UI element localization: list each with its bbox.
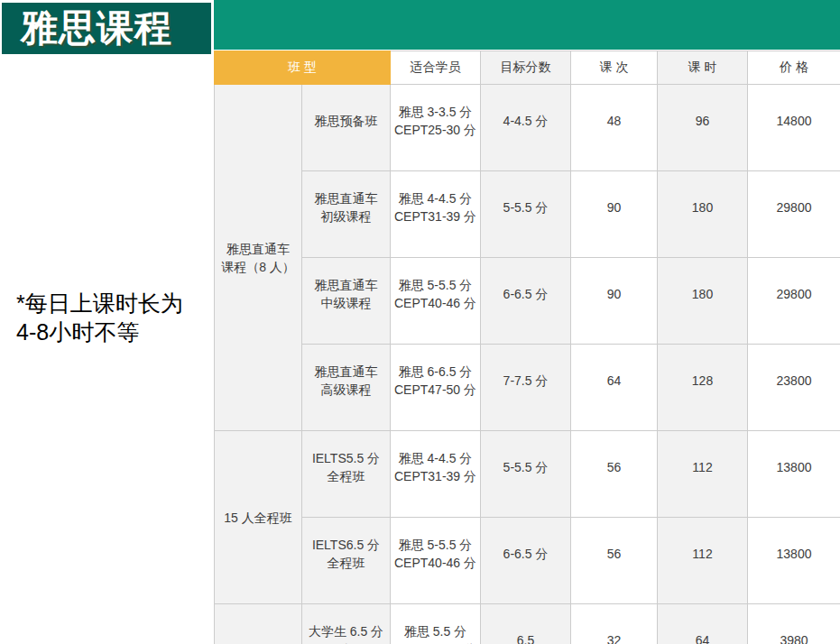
lessons-count-cell: 48 [571,85,658,171]
group-label-cell: 大学生 25人班 [215,604,302,644]
class-name-cell: 雅思直通车高级课程 [302,345,391,431]
class-name-cell: IELTS6.5 分全程班 [302,518,391,604]
target-score-cell: 6-6.5 分 [481,518,571,604]
lessons-count-cell: 32 [571,604,658,644]
lessons-count-cell: 64 [571,345,658,431]
title-banner: 雅思课程 [2,3,211,54]
table-row: 雅思直通车中级课程雅思 5-5.5 分CEPT40-46 分6-6.5 分901… [215,258,840,345]
suitable-students-cell: 雅思 5-5.5 分CEPT40-46 分 [391,258,481,345]
suitable-students-cell: 雅思 5.5 分CEPT45-46 分 [391,604,481,644]
table-header-row: 班 型 适合学员 目标分数 课 次 课 时 价 格 [215,51,840,85]
table-row: 雅思直通车初级课程雅思 4-4.5 分CEPT31-39 分5-5.5 分901… [215,171,840,258]
target-score-cell: 7-7.5 分 [481,345,571,431]
header-suitable-students: 适合学员 [391,51,481,85]
group-label-cell: 雅思直通车课程（8 人） [215,85,302,431]
suitable-students-cell: 雅思 3-3.5 分CEPT25-30 分 [391,85,481,171]
class-hours-cell: 96 [658,85,748,171]
class-name-cell: 雅思预备班 [302,85,391,171]
class-hours-cell: 128 [658,345,748,431]
lessons-count-cell: 56 [571,518,658,604]
target-score-cell: 6.5 [481,604,571,644]
page: 雅思课程 *每日上课时长为 4-8小时不等 班 型 适合学员 目标分数 课 次 … [0,0,840,644]
header-lessons: 课 次 [571,51,658,85]
table-row: IELTS6.5 分全程班雅思 5-5.5 分CEPT40-46 分6-6.5 … [215,518,840,604]
table-row: 雅思直通车课程（8 人）雅思预备班雅思 3-3.5 分CEPT25-30 分4-… [215,85,840,171]
class-hours-cell: 112 [658,518,748,604]
group-label-cell: 15 人全程班 [215,431,302,604]
class-hours-cell: 112 [658,431,748,518]
target-score-cell: 5-5.5 分 [481,431,571,518]
table-row: 雅思直通车高级课程雅思 6-6.5 分CEPT47-50 分7-7.5 分641… [215,345,840,431]
price-cell: 3980 [748,604,840,644]
table-row: 15 人全程班IELTS5.5 分全程班雅思 4-4.5 分CEPT31-39 … [215,431,840,518]
suitable-students-cell: 雅思 4-4.5 分CEPT31-39 分 [391,171,481,258]
side-note-line-1: *每日上课时长为 [16,289,183,317]
price-cell: 13800 [748,431,840,518]
price-cell: 13800 [748,518,840,604]
price-cell: 29800 [748,171,840,258]
class-hours-cell: 180 [658,171,748,258]
suitable-students-cell: 雅思 5-5.5 分CEPT40-46 分 [391,518,481,604]
side-note-line-2: 4-8小时不等 [16,317,183,346]
price-cell: 29800 [748,258,840,345]
header-class-type: 班 型 [215,51,391,85]
lessons-count-cell: 90 [571,258,658,345]
course-table-body: 雅思直通车课程（8 人）雅思预备班雅思 3-3.5 分CEPT25-30 分4-… [215,85,840,644]
target-score-cell: 4-4.5 分 [481,85,571,171]
course-table: 班 型 适合学员 目标分数 课 次 课 时 价 格 雅思直通车课程（8 人）雅思… [214,51,840,644]
suitable-students-cell: 雅思 6-6.5 分CEPT47-50 分 [391,345,481,431]
class-name-cell: 大学生 6.5 分班 [302,604,391,644]
top-accent-bar [214,0,840,50]
lessons-count-cell: 56 [571,431,658,518]
suitable-students-cell: 雅思 4-4.5 分CEPT31-39 分 [391,431,481,518]
target-score-cell: 5-5.5 分 [481,171,571,258]
header-class-hours: 课 时 [658,51,748,85]
table-row: 大学生 25人班大学生 6.5 分班雅思 5.5 分CEPT45-46 分6.5… [215,604,840,644]
class-name-cell: IELTS5.5 分全程班 [302,431,391,518]
side-note: *每日上课时长为 4-8小时不等 [16,289,183,346]
page-title: 雅思课程 [2,10,172,47]
price-cell: 23800 [748,345,840,431]
class-name-cell: 雅思直通车初级课程 [302,171,391,258]
price-cell: 14800 [748,85,840,171]
class-hours-cell: 64 [658,604,748,644]
class-name-cell: 雅思直通车中级课程 [302,258,391,345]
lessons-count-cell: 90 [571,171,658,258]
class-hours-cell: 180 [658,258,748,345]
header-price: 价 格 [748,51,840,85]
header-target-score: 目标分数 [481,51,571,85]
target-score-cell: 6-6.5 分 [481,258,571,345]
